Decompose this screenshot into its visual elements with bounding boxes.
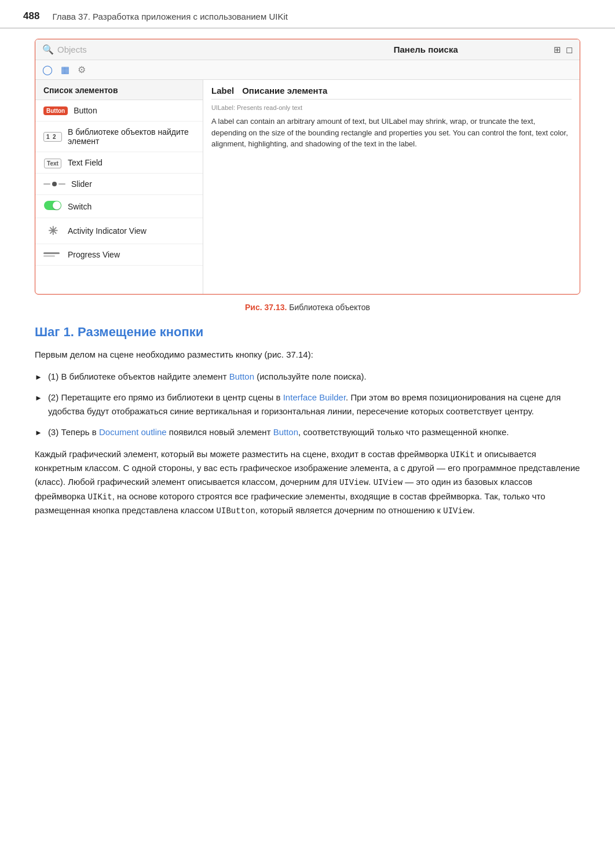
highlight-outline: Document outline <box>99 427 167 437</box>
activity-icon: ✳ <box>43 224 62 238</box>
list-item[interactable]: 1 2 В библиотеке объектов найдите элемен… <box>35 122 203 152</box>
figure-box: 🔍 Objects Панель поиска ⊞ ◻ ◯ ▦ ⚙ <box>35 39 580 295</box>
list-item[interactable]: Button Button <box>35 100 203 122</box>
textfield-icon: Text <box>43 159 62 167</box>
right-panel: Label Описание элемента UILabel: Present… <box>203 80 580 294</box>
code-uiview-1: UIView <box>339 478 368 487</box>
final-text: Каждый графический элемент, который вы м… <box>35 447 580 518</box>
slider-icon <box>43 182 65 186</box>
bullet-item-2: ► (2) Перетащите его прямо из библиотеки… <box>35 391 580 418</box>
slider-label: Slider <box>71 179 92 189</box>
code-uiview-3: UIView <box>443 506 472 516</box>
final-paragraph: Каждый графический элемент, который вы м… <box>35 447 580 518</box>
list-item[interactable]: Progress View <box>35 244 203 266</box>
code-uitkit-1: UIKit <box>451 450 475 459</box>
bullet-text-2: (2) Перетащите его прямо из библиотеки в… <box>48 391 580 418</box>
section-heading: Шаг 1. Размещение кнопки <box>35 325 580 340</box>
code-uibutton: UIButton <box>217 506 255 516</box>
element-label: Label <box>211 86 234 95</box>
bullet-list: ► (1) В библиотеке объектов найдите элем… <box>35 370 580 439</box>
switch-toggle <box>44 201 61 210</box>
segmented-icon: 1 2 <box>43 132 62 142</box>
element-description: A label can contain an arbitrary amount … <box>211 116 572 150</box>
slider-line-right <box>58 183 65 185</box>
search-icon: 🔍 <box>42 44 54 55</box>
slider-knob <box>52 182 57 186</box>
caption-prefix: Рис. 37.13. <box>245 303 287 312</box>
caption-text: Библиотека объектов <box>289 303 370 312</box>
bullet-arrow-3: ► <box>35 427 42 439</box>
topbar-icons: ⊞ ◻ <box>554 45 573 55</box>
list-item[interactable]: Text Text Field <box>35 152 203 174</box>
objects-topbar: 🔍 Objects Панель поиска ⊞ ◻ <box>35 39 580 60</box>
highlight-ib: Interface Builder <box>283 392 346 402</box>
textfield-label: Text Field <box>68 158 103 167</box>
bullet-item-3: ► (3) Теперь в Document outline появился… <box>35 425 580 439</box>
progress-label: Progress View <box>68 250 120 259</box>
highlight-button-2: Button <box>273 427 298 437</box>
list-item[interactable]: Slider <box>35 174 203 195</box>
main-content: 🔍 Objects Панель поиска ⊞ ◻ ◯ ▦ ⚙ <box>0 39 615 549</box>
right-panel-header: Label Описание элемента <box>211 86 572 100</box>
toolbar-row: ◯ ▦ ⚙ <box>35 60 580 80</box>
seg-icon-inner: 1 2 <box>43 132 62 142</box>
button-label: Button <box>74 106 97 115</box>
grid-icon[interactable]: ⊞ <box>554 45 561 55</box>
switch-knob <box>53 201 61 209</box>
panel-title: Панель поиска <box>394 45 458 54</box>
element-sublabel: UILabel: Presents read-only text <box>211 104 572 111</box>
left-panel: Список элементов Button Button 1 2 В биб… <box>35 80 203 294</box>
slider-line-left <box>43 183 50 185</box>
progress-line-2 <box>43 255 55 257</box>
progress-line-1 <box>43 252 60 254</box>
element-title: Описание элемента <box>242 86 327 95</box>
highlight-button-1: Button <box>229 372 254 381</box>
segmented-label: В библиотеке объектов найдите элемент <box>68 127 195 146</box>
window-icon[interactable]: ◻ <box>566 45 573 55</box>
text-icon-inner: Text <box>44 159 61 168</box>
gear-icon[interactable]: ⚙ <box>78 64 86 75</box>
panel-title-area: Панель поиска <box>298 45 554 55</box>
objects-search-area: 🔍 Objects <box>42 44 298 55</box>
bullet-text-3: (3) Теперь в Document outline появился н… <box>48 425 509 439</box>
code-uitkit-2: UIKit <box>88 492 112 502</box>
figure-caption: Рис. 37.13. Библиотека объектов <box>35 303 580 312</box>
panel-split: Список элементов Button Button 1 2 В биб… <box>35 80 580 294</box>
chapter-title: Глава 37. Разработка приложения с исполь… <box>52 12 288 21</box>
left-panel-header: Список элементов <box>35 80 203 100</box>
progress-icon <box>43 252 62 257</box>
intro-text: Первым делом на сцене необходимо размест… <box>35 348 580 362</box>
image-icon[interactable]: ▦ <box>61 64 69 75</box>
objects-label: Objects <box>57 45 87 54</box>
activity-label: Activity Indicator View <box>68 226 147 236</box>
bullet-item-1: ► (1) В библиотеке объектов найдите элем… <box>35 370 580 384</box>
switch-icon <box>43 201 62 212</box>
page-header: 488 Глава 37. Разработка приложения с ис… <box>0 0 615 28</box>
bullet-arrow-1: ► <box>35 372 42 384</box>
switch-label: Switch <box>68 202 91 211</box>
list-item[interactable]: ✳ Activity Indicator View <box>35 218 203 244</box>
list-item[interactable]: Switch <box>35 195 203 218</box>
bullet-text-1: (1) В библиотеке объектов найдите элемен… <box>48 370 367 384</box>
page-number: 488 <box>23 10 39 22</box>
code-uiview-2: UIView <box>374 478 402 487</box>
bullet-arrow-2: ► <box>35 392 42 404</box>
record-icon[interactable]: ◯ <box>42 64 53 75</box>
button-icon: Button <box>43 106 68 115</box>
intro-paragraph: Первым делом на сцене необходимо размест… <box>35 348 580 362</box>
